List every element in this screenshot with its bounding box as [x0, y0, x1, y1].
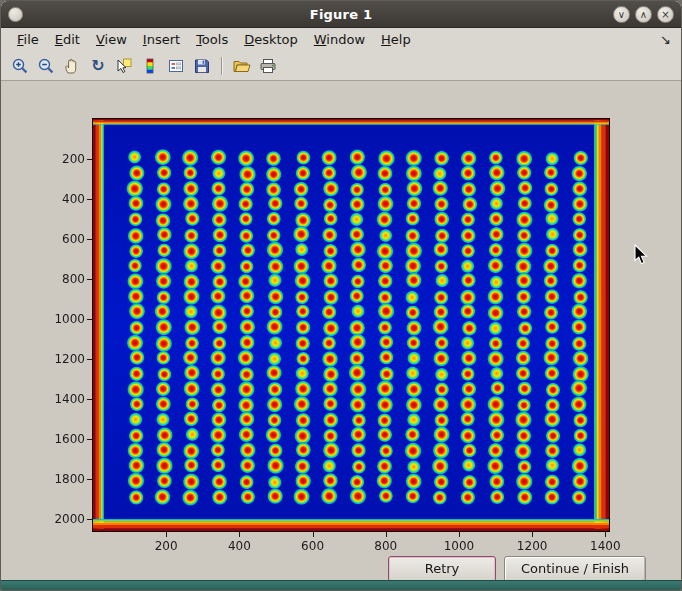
x-tick-label: 1200: [517, 539, 548, 553]
y-tick-label: 200: [39, 152, 85, 166]
maximize-button[interactable]: ∧: [635, 6, 652, 23]
pan-button[interactable]: [60, 54, 84, 77]
figure-window: Figure 1 ∨ ∧ × File Edit View Insert Too…: [0, 0, 682, 591]
x-tick-label: 800: [374, 539, 397, 553]
y-tick-label: 1600: [39, 432, 85, 446]
close-button[interactable]: ×: [657, 6, 674, 23]
x-tick-mark: [605, 532, 606, 537]
y-tick-label: 1000: [39, 312, 85, 326]
titlebar[interactable]: Figure 1 ∨ ∧ ×: [1, 1, 681, 28]
insert-legend-button[interactable]: [164, 54, 188, 77]
insert-colorbar-button[interactable]: [138, 54, 162, 77]
menu-tools[interactable]: Tools: [188, 30, 236, 50]
menu-insert[interactable]: Insert: [135, 30, 188, 50]
toolbar: ↻: [1, 51, 681, 81]
data-cursor-icon: [115, 57, 133, 75]
x-tick-label: 600: [301, 539, 324, 553]
colorbar-icon: [141, 57, 159, 75]
window-menu-icon[interactable]: [8, 7, 23, 22]
x-tick-mark: [239, 532, 240, 537]
x-tick-label: 1400: [590, 539, 621, 553]
heatmap-image[interactable]: [92, 118, 610, 532]
continue-finish-button[interactable]: Continue / Finish: [504, 556, 646, 582]
x-tick-mark: [313, 532, 314, 537]
printer-icon: [258, 57, 278, 75]
legend-icon: [167, 57, 185, 75]
figure-canvas-area: 2004006008001000120014002004006008001000…: [1, 81, 681, 581]
x-tick-label: 400: [228, 539, 251, 553]
x-tick-mark: [166, 532, 167, 537]
menu-view[interactable]: View: [88, 30, 135, 50]
menu-corner-arrow-icon[interactable]: ↘: [660, 32, 673, 47]
menu-file[interactable]: File: [9, 30, 47, 50]
x-tick-label: 200: [155, 539, 178, 553]
x-tick-mark: [386, 532, 387, 537]
zoom-in-button[interactable]: [8, 54, 32, 77]
zoom-out-button[interactable]: [34, 54, 58, 77]
open-folder-icon: [232, 57, 252, 75]
menu-help[interactable]: Help: [373, 30, 419, 50]
x-tick-label: 1000: [444, 539, 475, 553]
open-file-button[interactable]: [230, 54, 254, 77]
y-tick-label: 400: [39, 192, 85, 206]
save-button[interactable]: [190, 54, 214, 77]
window-controls: ∨ ∧ ×: [613, 6, 674, 23]
x-tick-mark: [459, 532, 460, 537]
menu-desktop[interactable]: Desktop: [236, 30, 306, 50]
rotate-3d-button[interactable]: ↻: [86, 54, 110, 77]
menubar: File Edit View Insert Tools Desktop Wind…: [1, 28, 681, 51]
x-tick-mark: [532, 532, 533, 537]
menu-window[interactable]: Window: [306, 30, 373, 50]
y-tick-label: 2000: [39, 512, 85, 526]
pan-hand-icon: [63, 57, 81, 75]
y-tick-label: 800: [39, 272, 85, 286]
y-tick-label: 600: [39, 232, 85, 246]
shade-button[interactable]: ∨: [613, 6, 630, 23]
y-tick-label: 1400: [39, 392, 85, 406]
rotate-3d-icon: ↻: [91, 58, 104, 74]
taskbar-strip: [1, 580, 681, 590]
y-tick-label: 1800: [39, 472, 85, 486]
save-floppy-icon: [193, 57, 211, 75]
y-tick-label: 1200: [39, 352, 85, 366]
zoom-out-icon: [37, 57, 55, 75]
zoom-in-icon: [11, 57, 29, 75]
retry-button[interactable]: Retry: [388, 556, 496, 582]
window-title: Figure 1: [310, 7, 372, 22]
print-button[interactable]: [256, 54, 280, 77]
data-cursor-button[interactable]: [112, 54, 136, 77]
toolbar-separator: [221, 57, 223, 75]
menu-edit[interactable]: Edit: [47, 30, 88, 50]
